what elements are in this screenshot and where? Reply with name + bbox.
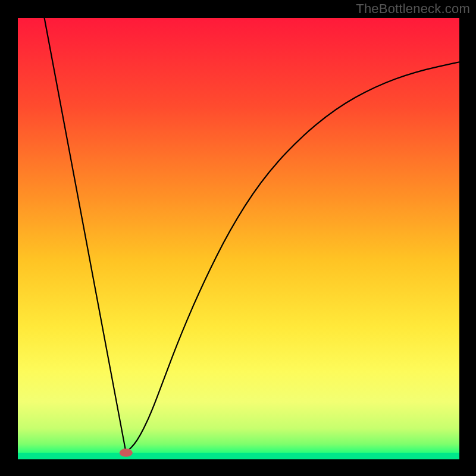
watermark-text: TheBottleneck.com — [356, 1, 470, 17]
optimal-marker — [120, 449, 133, 457]
x-axis-band — [18, 453, 459, 459]
plot-background — [18, 18, 459, 459]
bottleneck-chart — [0, 0, 476, 476]
chart-frame: TheBottleneck.com — [0, 0, 476, 476]
